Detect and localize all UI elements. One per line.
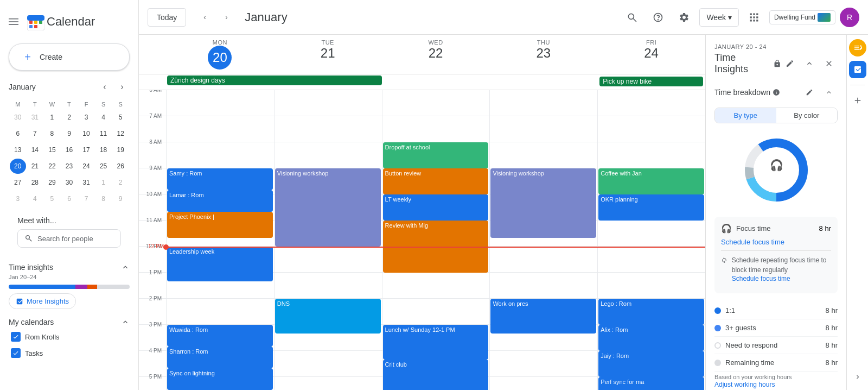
mini-cal-day[interactable]: 17 bbox=[78, 142, 94, 158]
mini-cal-day[interactable]: 7 bbox=[27, 126, 43, 141]
mini-cal-day[interactable]: 5 bbox=[112, 110, 129, 125]
edit-button[interactable] bbox=[781, 55, 799, 72]
mini-cal-day[interactable]: 2 bbox=[112, 175, 129, 190]
avatar[interactable]: R bbox=[840, 8, 859, 27]
event[interactable]: Coffee with Jan bbox=[598, 168, 704, 194]
event[interactable]: Perf sync for ma bbox=[598, 377, 704, 390]
event[interactable]: Lego : Rom bbox=[598, 299, 704, 325]
settings-button[interactable] bbox=[673, 7, 695, 28]
mini-cal-day[interactable]: 11 bbox=[95, 126, 112, 141]
mini-cal-day[interactable]: 20 bbox=[10, 159, 26, 174]
mini-cal-day[interactable]: 10 bbox=[78, 126, 94, 141]
event[interactable]: Work on pres bbox=[490, 299, 596, 334]
hamburger-menu[interactable] bbox=[4, 12, 23, 31]
workspace-button[interactable]: Dwelling Fund bbox=[769, 10, 835, 24]
mini-cal-day[interactable]: 28 bbox=[27, 175, 43, 190]
search-button[interactable] bbox=[621, 7, 643, 28]
mini-cal-day[interactable]: 22 bbox=[44, 159, 60, 174]
strip-insights-button[interactable] bbox=[849, 61, 866, 78]
view-selector[interactable]: Week ▾ bbox=[699, 8, 739, 27]
event[interactable]: Lamar : Rom bbox=[167, 190, 273, 212]
mini-cal-day[interactable]: 21 bbox=[27, 159, 43, 174]
event[interactable]: Project Phoenix | bbox=[167, 212, 273, 238]
tab-by-type[interactable]: By type bbox=[715, 108, 776, 123]
mini-cal-day[interactable]: 4 bbox=[27, 191, 43, 206]
strip-add-button[interactable] bbox=[849, 92, 866, 109]
mini-cal-day[interactable]: 6 bbox=[10, 126, 26, 141]
event[interactable]: Samy : Rom bbox=[167, 168, 273, 190]
mini-cal-day[interactable]: 29 bbox=[44, 175, 60, 190]
breakdown-collapse-button[interactable] bbox=[820, 84, 838, 101]
event[interactable]: Visioning workshop bbox=[490, 168, 596, 238]
strip-notes-button[interactable] bbox=[849, 39, 866, 56]
mini-cal-prev[interactable]: ‹ bbox=[97, 79, 112, 95]
event[interactable]: Button review bbox=[383, 168, 489, 194]
event[interactable]: OKR planning bbox=[598, 194, 704, 221]
create-button[interactable]: + Create bbox=[9, 43, 130, 71]
breakdown-edit-button[interactable] bbox=[801, 84, 818, 101]
close-panel-button[interactable] bbox=[820, 55, 838, 72]
schedule-focus-link[interactable]: Schedule focus time bbox=[721, 238, 784, 246]
event[interactable]: Sync on lightning bbox=[167, 368, 273, 390]
strip-expand-button[interactable] bbox=[849, 368, 866, 386]
mini-cal-next[interactable]: › bbox=[114, 79, 130, 95]
mini-cal-day[interactable]: 8 bbox=[95, 191, 112, 206]
day-header-tue[interactable]: TUE 21 bbox=[274, 35, 382, 74]
mini-cal-day[interactable]: 1 bbox=[44, 110, 60, 125]
event[interactable]: Jaiy : Rom bbox=[598, 351, 704, 377]
event[interactable]: Sharron : Rom bbox=[167, 347, 273, 368]
mini-cal-day[interactable]: 6 bbox=[61, 191, 78, 206]
time-grid-container[interactable]: 6 AM7 AM8 AM9 AM10 AM11 AM12 PM1 PM2 PM3… bbox=[139, 90, 705, 390]
mini-cal-day[interactable]: 24 bbox=[78, 159, 94, 174]
apps-button[interactable] bbox=[743, 7, 765, 28]
mini-cal-day[interactable]: 13 bbox=[10, 142, 26, 158]
mini-cal-day[interactable]: 7 bbox=[78, 191, 94, 206]
mini-cal-day[interactable]: 16 bbox=[61, 142, 78, 158]
calendar-item-tasks[interactable]: Tasks bbox=[9, 345, 130, 361]
allday-zurich[interactable]: Zürich design days bbox=[167, 76, 382, 85]
day-header-fri[interactable]: FRI 24 bbox=[597, 35, 705, 74]
more-insights-button[interactable]: More Insights bbox=[9, 293, 76, 309]
event[interactable]: Dropoff at school bbox=[383, 142, 489, 168]
today-button[interactable]: Today bbox=[148, 8, 186, 27]
prev-period-button[interactable]: ‹ bbox=[195, 8, 214, 27]
repeating-focus-link[interactable]: Schedule focus time bbox=[732, 275, 831, 282]
event[interactable]: Crit club bbox=[383, 360, 489, 390]
event[interactable]: Alix : Rom bbox=[598, 325, 704, 351]
mini-cal-day[interactable]: 2 bbox=[61, 110, 78, 125]
mini-cal-day[interactable]: 30 bbox=[10, 110, 26, 125]
mini-cal-day[interactable]: 9 bbox=[61, 126, 78, 141]
event[interactable]: Review with Mig bbox=[383, 221, 489, 273]
mini-cal-day[interactable]: 23 bbox=[61, 159, 78, 174]
mini-cal-day[interactable]: 1 bbox=[95, 175, 112, 190]
day-header-wed[interactable]: WED 22 bbox=[382, 35, 490, 74]
collapse-button[interactable] bbox=[801, 55, 818, 72]
event[interactable]: Leadership week bbox=[167, 247, 273, 281]
mini-cal-day[interactable]: 18 bbox=[95, 142, 112, 158]
search-people-input[interactable]: Search for people bbox=[17, 229, 121, 248]
next-period-button[interactable]: › bbox=[216, 8, 236, 27]
day-header-mon[interactable]: MON 20 bbox=[166, 35, 274, 74]
calendar-item-rom-krolls[interactable]: Rom Krolls bbox=[9, 329, 130, 345]
event[interactable]: DNS bbox=[275, 299, 381, 334]
mini-cal-day[interactable]: 12 bbox=[112, 126, 129, 141]
mini-cal-day[interactable]: 31 bbox=[27, 110, 43, 125]
event[interactable]: LT weekly bbox=[383, 194, 489, 221]
mini-cal-day[interactable]: 27 bbox=[10, 175, 26, 190]
mini-cal-day[interactable]: 31 bbox=[78, 175, 94, 190]
mini-cal-day[interactable]: 19 bbox=[112, 142, 129, 158]
adjust-working-hours-link[interactable]: Adjust working hours bbox=[714, 381, 775, 388]
mini-cal-day[interactable]: 3 bbox=[78, 110, 94, 125]
mini-cal-day[interactable]: 8 bbox=[44, 126, 60, 141]
mini-cal-day[interactable]: 15 bbox=[44, 142, 60, 158]
mini-cal-day[interactable]: 9 bbox=[112, 191, 129, 206]
allday-event[interactable]: Pick up new bike bbox=[599, 77, 703, 86]
event[interactable]: Wawida : Rom bbox=[167, 325, 273, 347]
mini-cal-day[interactable]: 4 bbox=[95, 110, 112, 125]
mini-cal-day[interactable]: 25 bbox=[95, 159, 112, 174]
mini-cal-day[interactable]: 26 bbox=[112, 159, 129, 174]
mini-cal-day[interactable]: 30 bbox=[61, 175, 78, 190]
mini-cal-day[interactable]: 14 bbox=[27, 142, 43, 158]
help-button[interactable] bbox=[647, 7, 669, 28]
event[interactable]: Visioning workshop bbox=[275, 168, 381, 247]
